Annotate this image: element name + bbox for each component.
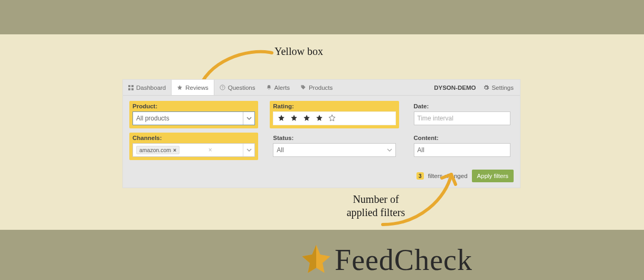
filter-label: Rating:	[273, 103, 395, 109]
product-select[interactable]: All products	[132, 111, 255, 125]
grid-icon	[128, 85, 134, 90]
star-4-icon[interactable]	[316, 114, 323, 123]
tab-label: Dashboard	[136, 85, 166, 91]
svg-rect-0	[128, 85, 130, 87]
filter-product: Product: All products	[129, 101, 258, 128]
tag-icon	[300, 85, 306, 90]
filter-label: Status:	[273, 135, 395, 141]
channel-chip[interactable]: amazon.com ×	[136, 146, 179, 154]
question-icon: ?	[220, 85, 225, 90]
input-placeholder: Time interval	[418, 115, 453, 122]
decorative-band-top	[0, 0, 644, 34]
tab-bar: Dashboard Reviews ? Questions Alerts Pro…	[123, 80, 520, 96]
star-icon	[177, 85, 183, 90]
tab-questions[interactable]: ? Questions	[214, 80, 261, 95]
clear-icon[interactable]: ×	[209, 146, 214, 154]
app-panel: Dashboard Reviews ? Questions Alerts Pro…	[122, 79, 520, 188]
chip-label: amazon.com	[139, 147, 171, 153]
select-value: All products	[136, 115, 169, 122]
star-5-icon[interactable]	[328, 114, 336, 123]
brand-star-icon	[301, 244, 332, 276]
changed-label: filters changed	[428, 173, 468, 179]
select-value: All	[418, 146, 424, 154]
star-2-icon[interactable]	[290, 114, 298, 123]
channels-select[interactable]: amazon.com × ×	[132, 143, 255, 157]
filters-col-1: Product: All products Channels: amazon.c…	[129, 101, 258, 164]
annotation-line2: applied filters	[347, 207, 405, 218]
filter-status: Status: All	[270, 133, 399, 160]
svg-text:?: ?	[221, 86, 223, 89]
chevron-down-icon	[384, 144, 395, 156]
star-1-icon[interactable]	[278, 114, 285, 123]
changed-count-badge: 3	[416, 172, 424, 180]
annotation-line1: Number of	[353, 193, 399, 205]
tab-label: Questions	[228, 85, 255, 91]
filters-col-3: Date: Time interval Content: All	[411, 101, 514, 164]
chip-remove-icon[interactable]: ×	[173, 147, 176, 153]
tab-label: Alerts	[274, 85, 290, 91]
filter-rating: Rating:	[270, 101, 399, 128]
filter-label: Date:	[414, 103, 510, 109]
star-3-icon[interactable]	[303, 114, 310, 123]
filter-label: Content:	[414, 135, 510, 141]
apply-filters-button[interactable]: Apply filters	[472, 170, 514, 182]
tab-dashboard[interactable]: Dashboard	[123, 80, 171, 95]
select-value: All	[277, 146, 283, 154]
status-select[interactable]: All	[273, 143, 395, 157]
filter-channels: Channels: amazon.com × ×	[129, 133, 258, 160]
bell-icon	[266, 85, 272, 90]
chevron-down-icon	[243, 144, 254, 156]
svg-rect-1	[131, 85, 134, 87]
filters-footer: 3 filters changed Apply filters	[123, 166, 520, 188]
annotation-num-filters: Number of applied filters	[334, 193, 418, 219]
filter-label: Product:	[132, 103, 255, 109]
filters-col-2: Rating: Status: All	[270, 101, 399, 164]
account-name: DYSON-DEMO	[429, 85, 481, 91]
svg-rect-3	[131, 88, 134, 90]
filters-area: Product: All products Channels: amazon.c…	[123, 96, 520, 166]
filter-date: Date: Time interval	[411, 101, 514, 128]
brand-logo: FeedCheck	[301, 243, 472, 277]
settings-link[interactable]: Settings	[481, 85, 520, 91]
settings-label: Settings	[491, 85, 514, 91]
tab-products[interactable]: Products	[295, 80, 338, 95]
filter-content: Content: All	[411, 133, 514, 160]
tab-reviews[interactable]: Reviews	[171, 80, 214, 95]
rating-control[interactable]	[273, 111, 395, 125]
svg-rect-2	[128, 88, 130, 90]
filter-label: Channels:	[132, 135, 255, 141]
content-select[interactable]: All	[414, 143, 510, 157]
gear-icon	[483, 85, 489, 91]
tab-alerts[interactable]: Alerts	[261, 80, 295, 95]
chevron-down-icon	[243, 112, 254, 125]
brand-name: FeedCheck	[335, 243, 472, 277]
annotation-yellow-box: Yellow box	[274, 45, 323, 58]
date-input[interactable]: Time interval	[414, 111, 510, 125]
tab-label: Reviews	[185, 85, 208, 91]
tab-label: Products	[309, 85, 333, 91]
